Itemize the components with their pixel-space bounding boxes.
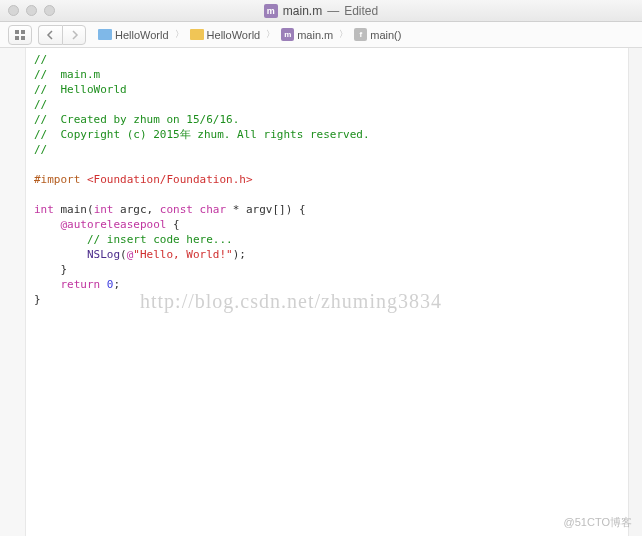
folder-icon bbox=[190, 29, 204, 40]
editor-area: // // main.m // HelloWorld // // Created… bbox=[0, 48, 642, 536]
crumb-function[interactable]: f main() bbox=[352, 28, 403, 41]
comment: // bbox=[34, 53, 47, 66]
svg-rect-3 bbox=[21, 36, 25, 40]
m-file-icon: m bbox=[281, 28, 294, 41]
paren: ); bbox=[233, 248, 246, 261]
window-titlebar: m main.m — Edited bbox=[0, 0, 642, 22]
paren: ( bbox=[120, 248, 127, 261]
crumb-label: HelloWorld bbox=[207, 29, 261, 41]
ident: main( bbox=[54, 203, 94, 216]
crumb-file[interactable]: m main.m bbox=[279, 28, 335, 41]
chevron-icon: 〉 bbox=[264, 28, 277, 41]
traffic-lights bbox=[0, 5, 55, 16]
window-title: m main.m — Edited bbox=[0, 4, 642, 18]
chevron-icon: 〉 bbox=[337, 28, 350, 41]
line-gutter bbox=[0, 48, 26, 536]
svg-rect-1 bbox=[21, 30, 25, 34]
func-call: NSLog bbox=[87, 248, 120, 261]
grid-icon bbox=[15, 30, 25, 40]
project-icon bbox=[98, 29, 112, 40]
close-window-icon[interactable] bbox=[8, 5, 19, 16]
ident: * argv[]) { bbox=[226, 203, 305, 216]
crumb-label: main() bbox=[370, 29, 401, 41]
chevron-right-icon bbox=[69, 30, 79, 40]
include-path: <Foundation/Foundation.h> bbox=[80, 173, 252, 186]
crumb-label: HelloWorld bbox=[115, 29, 169, 41]
related-items-button[interactable] bbox=[8, 25, 32, 45]
keyword: @autoreleasepool bbox=[61, 218, 167, 231]
forward-button[interactable] bbox=[62, 25, 86, 45]
crumb-project[interactable]: HelloWorld bbox=[96, 29, 171, 41]
breadcrumb: HelloWorld 〉 HelloWorld 〉 m main.m 〉 f m… bbox=[96, 28, 403, 41]
window-filename: main.m bbox=[283, 4, 322, 18]
comment: // bbox=[34, 98, 47, 111]
comment: // Copyright (c) 2015年 zhum. All rights … bbox=[34, 128, 370, 141]
code-editor[interactable]: // // main.m // HelloWorld // // Created… bbox=[26, 48, 628, 536]
window-state: Edited bbox=[344, 4, 378, 18]
brace: } bbox=[61, 263, 68, 276]
chevron-left-icon bbox=[46, 30, 56, 40]
comment: // HelloWorld bbox=[34, 83, 127, 96]
chevron-icon: 〉 bbox=[173, 28, 186, 41]
semicolon: ; bbox=[114, 278, 121, 291]
keyword: const bbox=[160, 203, 193, 216]
brace: } bbox=[34, 293, 41, 306]
m-file-icon: m bbox=[264, 4, 278, 18]
type: char bbox=[193, 203, 226, 216]
function-icon: f bbox=[354, 28, 367, 41]
type: int bbox=[94, 203, 114, 216]
comment: // insert code here... bbox=[87, 233, 233, 246]
svg-rect-0 bbox=[15, 30, 19, 34]
crumb-label: main.m bbox=[297, 29, 333, 41]
string: "Hello, World!" bbox=[133, 248, 232, 261]
ident: argc, bbox=[114, 203, 160, 216]
brace: { bbox=[166, 218, 179, 231]
vertical-scrollbar[interactable] bbox=[628, 48, 642, 536]
number: 0 bbox=[100, 278, 113, 291]
comment: // bbox=[34, 143, 47, 156]
svg-rect-2 bbox=[15, 36, 19, 40]
back-button[interactable] bbox=[38, 25, 62, 45]
jump-bar: HelloWorld 〉 HelloWorld 〉 m main.m 〉 f m… bbox=[0, 22, 642, 48]
history-nav bbox=[38, 25, 86, 45]
directive: #import bbox=[34, 173, 80, 186]
crumb-folder[interactable]: HelloWorld bbox=[188, 29, 263, 41]
minimize-window-icon[interactable] bbox=[26, 5, 37, 16]
comment: // Created by zhum on 15/6/16. bbox=[34, 113, 239, 126]
keyword: return bbox=[61, 278, 101, 291]
zoom-window-icon[interactable] bbox=[44, 5, 55, 16]
type: int bbox=[34, 203, 54, 216]
comment: // main.m bbox=[34, 68, 100, 81]
